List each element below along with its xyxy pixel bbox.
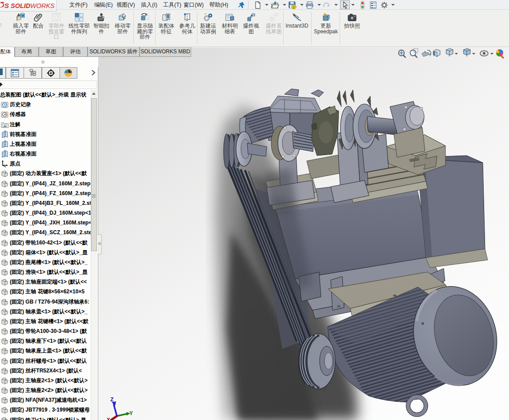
svg-text:!: ! (293, 5, 295, 9)
svg-text:Y: Y (129, 410, 133, 417)
svg-text:A: A (4, 124, 6, 128)
svg-text:WORKS: WORKS (30, 2, 55, 9)
svg-text:SOLID: SOLID (11, 2, 31, 9)
svg-text:Z: Z (110, 396, 114, 403)
svg-text:X: X (107, 417, 110, 420)
svg-text:S: S (4, 2, 9, 9)
